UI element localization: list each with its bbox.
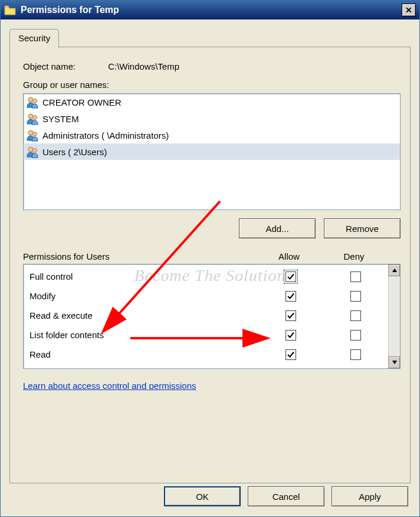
window-title: Permissions for Temp <box>21 5 402 15</box>
principal-item[interactable]: CREATOR OWNER <box>24 94 400 110</box>
svg-point-2 <box>28 114 33 119</box>
group-icon <box>26 145 39 158</box>
permission-row: List folder contents <box>24 325 388 345</box>
svg-point-4 <box>28 130 33 135</box>
allow-column-header: Allow <box>257 251 321 261</box>
permission-name: Read & execute <box>29 310 258 320</box>
principal-name: Users ( 2\Users) <box>42 147 107 157</box>
svg-marker-9 <box>392 361 397 364</box>
permissions-scrollbar[interactable] <box>388 264 400 368</box>
scroll-up-button[interactable] <box>389 264 400 276</box>
group-icon <box>26 112 39 125</box>
principal-name: CREATOR OWNER <box>42 97 122 107</box>
object-name-row: Object name: C:\Windows\Temp <box>23 61 397 71</box>
deny-checkbox[interactable] <box>350 310 361 321</box>
dialog-buttons: OK Cancel Apply <box>164 486 408 506</box>
permission-name: Read <box>29 349 258 359</box>
deny-checkbox[interactable] <box>350 330 361 341</box>
permissions-dialog: Permissions for Temp ✕ Security Object n… <box>0 0 420 517</box>
permissions-header: Permissions for Users Allow Deny <box>23 251 401 261</box>
allow-checkbox[interactable] <box>286 271 296 282</box>
principal-buttons: Add... Remove <box>23 218 401 238</box>
deny-column-header: Deny <box>321 251 386 261</box>
permission-row: Full control <box>24 267 388 286</box>
permission-row: Read & execute <box>24 306 388 325</box>
allow-checkbox[interactable] <box>286 310 296 321</box>
permission-name: List folder contents <box>29 330 258 340</box>
object-name-label: Object name: <box>23 61 106 71</box>
permissions-for-label: Permissions for Users <box>23 251 257 261</box>
svg-point-0 <box>28 97 33 102</box>
allow-checkbox[interactable] <box>286 330 296 341</box>
learn-more-link[interactable]: Learn about access control and permissio… <box>23 381 196 391</box>
remove-button[interactable]: Remove <box>324 218 401 238</box>
permission-row: Modify <box>24 286 388 306</box>
principal-item[interactable]: Administrators ( \Administrators) <box>24 127 400 143</box>
object-path: C:\Windows\Temp <box>108 61 179 71</box>
principal-name: Administrators ( \Administrators) <box>42 130 169 140</box>
permissions-rows: Full controlModifyRead & executeList fol… <box>24 264 388 368</box>
deny-checkbox[interactable] <box>350 291 361 302</box>
security-panel: Object name: C:\Windows\Temp Group or us… <box>9 47 411 483</box>
cancel-button[interactable]: Cancel <box>248 486 324 506</box>
group-user-names-label: Group or user names: <box>23 80 397 90</box>
folder-icon <box>4 5 16 15</box>
svg-point-7 <box>33 149 37 153</box>
permission-row: Read <box>24 345 388 364</box>
add-button[interactable]: Add... <box>239 218 316 238</box>
deny-checkbox[interactable] <box>350 271 361 282</box>
permission-name: Full control <box>29 271 258 282</box>
principal-item[interactable]: Users ( 2\Users) <box>24 143 400 160</box>
principal-name: SYSTEM <box>42 114 79 124</box>
tab-security[interactable]: Security <box>9 29 59 48</box>
client-area: Security Object name: C:\Windows\Temp Gr… <box>1 19 419 516</box>
titlebar: Permissions for Temp ✕ <box>1 1 419 19</box>
group-icon <box>26 129 39 142</box>
permissions-listbox: Full controlModifyRead & executeList fol… <box>23 264 401 369</box>
permission-name: Modify <box>29 291 258 301</box>
svg-point-6 <box>28 147 33 152</box>
svg-marker-8 <box>392 269 397 272</box>
apply-button[interactable]: Apply <box>332 486 408 506</box>
scroll-down-button[interactable] <box>389 356 400 368</box>
scroll-track[interactable] <box>389 276 400 356</box>
svg-point-5 <box>33 132 37 136</box>
tab-strip: Security <box>9 29 411 47</box>
principal-item[interactable]: SYSTEM <box>24 110 400 127</box>
close-button[interactable]: ✕ <box>402 4 416 17</box>
svg-point-1 <box>33 99 37 103</box>
allow-checkbox[interactable] <box>286 349 296 360</box>
principals-listbox[interactable]: CREATOR OWNER SYSTEM Administrators ( \A… <box>23 93 401 210</box>
svg-point-3 <box>33 116 37 120</box>
group-icon <box>26 96 39 109</box>
ok-button[interactable]: OK <box>164 486 241 506</box>
allow-checkbox[interactable] <box>286 291 296 302</box>
deny-checkbox[interactable] <box>350 349 361 360</box>
